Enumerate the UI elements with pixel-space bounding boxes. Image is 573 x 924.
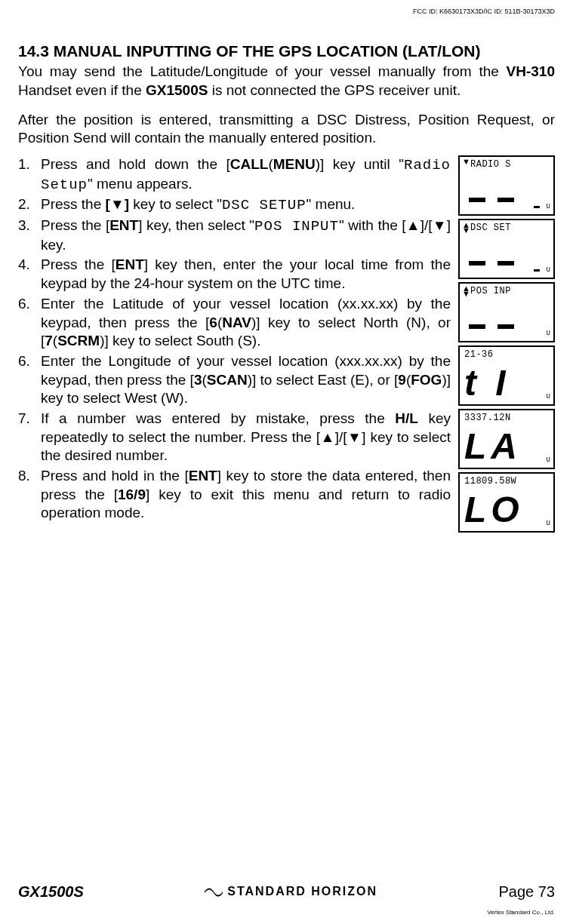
- footer-page-number: Page 73: [498, 882, 555, 901]
- steps-list: 1. Press and hold down the [CALL(MENU)] …: [18, 155, 451, 523]
- intro-part-a: You may send the Latitude/Longitude of y…: [18, 63, 507, 79]
- lcd-u-mark: U: [547, 520, 550, 529]
- section-title: 14.3 MANUAL INPUTTING OF THE GPS LOCATIO…: [18, 41, 555, 61]
- lcd-screen-2: ▲ ▼DSC SETU: [458, 219, 555, 279]
- step-text: Press and hold down the [CALL(MENU)] key…: [41, 155, 451, 194]
- footer-brand: STANDARD HORIZON: [205, 884, 377, 900]
- arrow-indicator-icon: ▼: [462, 159, 470, 164]
- page-footer: GX1500S STANDARD HORIZON Page 73: [18, 882, 555, 901]
- model-gx1500s: GX1500S: [146, 82, 208, 98]
- step-num: 4.: [18, 256, 41, 293]
- lcd-top-text: 11809.58W: [464, 476, 550, 488]
- step-1: 1. Press and hold down the [CALL(MENU)] …: [18, 155, 451, 194]
- lcd-screen-4: 21-36t IU: [458, 345, 555, 406]
- lcd-top-text: POS INP: [470, 286, 550, 298]
- intro-part-b: Handset even if the: [18, 82, 146, 98]
- lcd-screen-6: 11809.58WLOU: [458, 472, 555, 533]
- lcd-small-dash: [534, 269, 540, 272]
- lcd-u-mark: U: [547, 456, 550, 465]
- step-7: 7. If a number was entered by mistake, p…: [18, 410, 451, 465]
- step-5: 6. Enter the Latitude of your vessel loc…: [18, 295, 451, 351]
- model-vh310: VH-310: [507, 63, 555, 79]
- brand-logo-icon: [205, 885, 223, 898]
- step-4: 4. Press the [ENT] key then, enter the y…: [18, 256, 451, 293]
- section-title-latlon: LAT/LON: [408, 42, 475, 60]
- lcd-dashes: [469, 324, 514, 329]
- lcd-top-text: 21-36: [464, 349, 550, 361]
- step-text: Press the [ENT] key then, enter the your…: [41, 256, 451, 293]
- step-2: 2. Press the [▼] key to select "DSC SETU…: [18, 195, 451, 215]
- lcd-top-text: 3337.12N: [464, 413, 550, 425]
- step-num: 6.: [18, 352, 41, 408]
- step-3: 3. Press the [ENT] key, then select "POS…: [18, 216, 451, 254]
- lcd-u-mark: U: [547, 203, 550, 212]
- vertex-copyright: Vertex Standard Co., Ltd.: [487, 909, 555, 916]
- lcd-big-text: LO: [464, 492, 524, 528]
- step-text: Press the [▼] key to select "DSC SETUP" …: [41, 195, 451, 215]
- step-text: If a number was entered by mistake, pres…: [41, 410, 451, 465]
- step-num: 8.: [18, 467, 41, 523]
- lcd-screen-1: ▼RADIO SU: [458, 155, 555, 216]
- lcd-big-text: t I: [464, 365, 510, 401]
- lcd-dashes: [469, 198, 514, 202]
- step-text: Enter the Latitude of your vessel locati…: [41, 295, 451, 351]
- lcd-u-mark: U: [547, 266, 550, 275]
- lcd-u-mark: U: [547, 330, 550, 339]
- lcd-dashes: [469, 261, 514, 266]
- step-6: 6. Enter the Longitude of your vessel lo…: [18, 352, 451, 408]
- step-text: Press and hold in the [ENT] key to store…: [41, 467, 451, 523]
- step-text: Enter the Longitude of your vessel locat…: [41, 352, 451, 408]
- lcd-u-mark: U: [547, 393, 550, 402]
- lcd-screens-column: ▼RADIO SU▲ ▼DSC SETU▲ ▼POS INPU21-36t IU…: [458, 155, 555, 533]
- step-text: Press the [ENT] key, then select "POS IN…: [41, 216, 451, 254]
- footer-model: GX1500S: [18, 882, 84, 901]
- lcd-small-dash: [534, 206, 540, 208]
- fcc-id-text: FCC ID: K6630173X3D/IC ID: 511B-30173X3D: [413, 8, 555, 17]
- step-num: 3.: [18, 216, 41, 254]
- arrow-indicator-icon: ▲ ▼: [462, 286, 470, 296]
- intro-paragraph-2: After the position is entered, transmitt…: [18, 111, 555, 148]
- section-title-main: 14.3 MANUAL INPUTTING OF THE GPS LOCATIO…: [18, 42, 402, 60]
- arrow-indicator-icon: ▲ ▼: [462, 223, 470, 233]
- intro-paragraph-1: You may send the Latitude/Longitude of y…: [18, 63, 555, 100]
- lcd-screen-5: 3337.12NLAU: [458, 409, 555, 469]
- step-8: 8. Press and hold in the [ENT] key to st…: [18, 467, 451, 523]
- step-num: 2.: [18, 195, 41, 215]
- lcd-top-text: RADIO S: [470, 159, 550, 171]
- step-num: 7.: [18, 410, 41, 465]
- intro-part-c: is not connected the GPS receiver unit.: [208, 82, 461, 98]
- lcd-big-text: LA: [464, 428, 522, 465]
- step-num: 6.: [18, 295, 41, 351]
- lcd-screen-3: ▲ ▼POS INPU: [458, 282, 555, 342]
- footer-brand-text: STANDARD HORIZON: [227, 884, 377, 900]
- paren-close: ): [476, 42, 481, 60]
- lcd-top-text: DSC SET: [470, 223, 550, 235]
- step-num: 1.: [18, 155, 41, 194]
